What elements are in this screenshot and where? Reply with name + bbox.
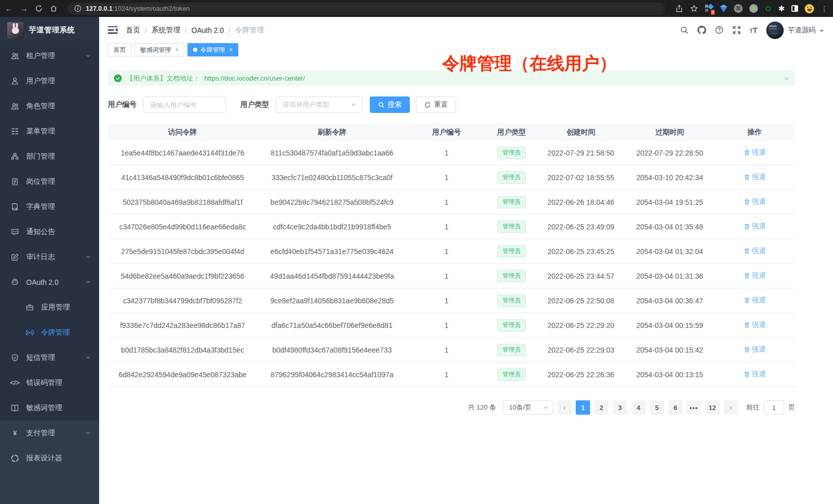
page-button-12[interactable]: 12 (705, 400, 720, 415)
profile-emoji-icon[interactable] (805, 4, 814, 13)
sidebar-item-6[interactable]: 字典管理 (0, 194, 99, 219)
browser-menu-icon[interactable]: ⋮ (821, 5, 828, 13)
breadcrumb-item[interactable]: 首页 (126, 26, 140, 35)
page-button-2[interactable]: 2 (594, 400, 609, 415)
tab-2[interactable]: 令牌管理× (187, 43, 238, 56)
fullscreen-icon[interactable] (732, 26, 741, 34)
sidebar-item-label: OAuth 2.0 (26, 278, 85, 286)
breadcrumb-item[interactable]: OAuth 2.0 (192, 26, 224, 34)
puzzle-extension-icon[interactable]: ✱ (778, 5, 785, 12)
action-cell: 强退 (714, 222, 795, 231)
browser-forward-icon[interactable]: → (20, 5, 28, 12)
sidebar-item-3[interactable]: 菜单管理 (0, 119, 99, 144)
page-button-4[interactable]: 4 (631, 400, 646, 415)
force-logout-button[interactable]: 强退 (744, 345, 766, 354)
expire-time-cell: 2054-03-04 01:31:36 (625, 272, 714, 280)
font-size-icon[interactable]: TT (750, 26, 758, 34)
page-button-5[interactable]: 5 (650, 400, 664, 415)
page-unit-label: 页 (788, 403, 795, 412)
tab-label: 首页 (113, 46, 126, 54)
sidebar-item-5[interactable]: 岗位管理 (0, 169, 99, 194)
access-token-cell: f9336e7c7dd242a283ee98dc86b17a87 (108, 321, 257, 329)
alert-doc-link[interactable]: https://doc.iocoder.cn/user-center/ (204, 74, 305, 82)
extension-grid-icon[interactable]: 9 (705, 5, 713, 13)
expire-time-cell: 2054-03-10 20:42:34 (625, 173, 714, 182)
app-logo[interactable]: 芋道管理系统 (0, 17, 99, 43)
goto-page-input[interactable] (764, 400, 784, 415)
force-logout-button[interactable]: 强退 (744, 148, 766, 157)
table-row-4: 275e5de9151045fe87cbdc395e004f4de6cfd40e… (108, 239, 795, 264)
page-info-icon[interactable] (74, 5, 82, 12)
created-time-cell: 2022-07-02 18:55:55 (537, 173, 625, 182)
breadcrumb-separator: / (185, 26, 187, 34)
page-button-6[interactable]: 6 (668, 400, 683, 415)
page-button-1[interactable]: 1 (576, 400, 590, 415)
breadcrumb-separator: / (145, 26, 147, 34)
tab-1[interactable]: 敏感词管理× (135, 43, 184, 56)
table-row-2: 502375b8040a469a9b82188afdf6af1fbe90422b… (108, 190, 795, 215)
search-button[interactable]: 搜索 (370, 96, 410, 113)
sidebar-item-7[interactable]: 通知公告 (0, 219, 99, 244)
gem-extension-icon[interactable] (720, 7, 727, 12)
sidebar-item-11[interactable]: 令牌管理 (0, 320, 99, 345)
sidebar-item-15[interactable]: ¥支付管理 (0, 420, 99, 445)
page-ellipsis-button[interactable]: ••• (687, 400, 701, 415)
tab-label: 敏感词管理 (140, 46, 171, 54)
annotation-title: 令牌管理（在线用户） (442, 52, 617, 75)
collapse-sidebar-icon[interactable] (108, 26, 118, 34)
chevron-down-icon (85, 53, 91, 59)
next-page-button[interactable]: › (724, 400, 738, 415)
browser-home-icon[interactable] (50, 5, 58, 12)
user-type-badge: 管理员 (497, 196, 526, 208)
force-logout-button[interactable]: 强退 (744, 320, 766, 329)
alert-close-icon[interactable]: × (784, 74, 789, 83)
page-size-select[interactable]: 10条/页 (503, 400, 553, 415)
prev-page-button[interactable]: ‹ (557, 400, 572, 415)
force-logout-button[interactable]: 强退 (744, 246, 766, 256)
browser-back-icon[interactable]: ← (5, 5, 13, 12)
force-logout-button[interactable]: 强退 (744, 271, 766, 280)
access-token-cell: 54d6be82ee5a460a9aedc1f9bf223656 (108, 272, 257, 280)
org-icon (11, 152, 19, 161)
address-bar[interactable]: 127.0.0.1:1024/system/oauth2/token (68, 3, 665, 15)
book-open-icon (11, 404, 19, 412)
sidebar-item-4[interactable]: 部门管理 (0, 144, 99, 169)
sidebar-item-label: 通知公告 (26, 227, 91, 237)
sidebar-item-10[interactable]: 应用管理 (0, 295, 99, 320)
force-logout-button[interactable]: 强退 (744, 222, 766, 231)
sidebar-item-9[interactable]: OAuth 2.0 (0, 269, 99, 295)
sidebar-item-8[interactable]: 审计日志 (0, 244, 99, 269)
browser-reload-icon[interactable] (35, 5, 43, 12)
search-icon[interactable] (680, 26, 689, 34)
breadcrumb-item[interactable]: 系统管理 (152, 26, 180, 35)
force-logout-button[interactable]: 强退 (744, 370, 766, 379)
page-button-3[interactable]: 3 (613, 400, 627, 415)
user-menu[interactable]: 芋道源码 (766, 22, 824, 39)
user-id-input[interactable] (143, 96, 226, 113)
sidebar-item-12[interactable]: 短信管理 (0, 345, 99, 370)
sidebar-item-13[interactable]: </>错误码管理 (0, 370, 99, 395)
tab-0[interactable]: 首页 (108, 43, 131, 56)
sidebar-item-1[interactable]: 用户管理 (0, 68, 99, 93)
force-logout-button[interactable]: 强退 (744, 296, 766, 305)
sidebar-item-2[interactable]: 角色管理 (0, 93, 99, 119)
tab-close-icon[interactable]: × (229, 46, 233, 53)
help-icon[interactable] (715, 26, 724, 34)
bookmark-star-icon[interactable] (690, 5, 698, 12)
total-count: 共 120 条 (468, 403, 496, 412)
force-logout-button[interactable]: 强退 (744, 172, 766, 182)
recorder-extension-icon[interactable] (749, 4, 758, 13)
action-cell: 强退 (714, 271, 795, 281)
command-extension-icon[interactable]: ⌘ (734, 4, 743, 13)
force-logout-button[interactable]: 强退 (744, 197, 766, 206)
star-extension-icon[interactable]: ✩ (765, 5, 771, 13)
share-icon[interactable] (675, 5, 683, 12)
reset-button[interactable]: 重置 (416, 96, 456, 113)
sidebar-item-14[interactable]: 敏感词管理 (0, 395, 99, 420)
github-icon[interactable] (697, 26, 706, 34)
sidebar-item-0[interactable]: 租户管理 (0, 43, 99, 68)
tab-close-icon[interactable]: × (175, 46, 179, 53)
side-panel-icon[interactable] (791, 5, 798, 12)
user-type-select[interactable]: 请选择用户类型 (276, 96, 362, 113)
sidebar-item-16[interactable]: 报表设计器 (0, 445, 99, 471)
